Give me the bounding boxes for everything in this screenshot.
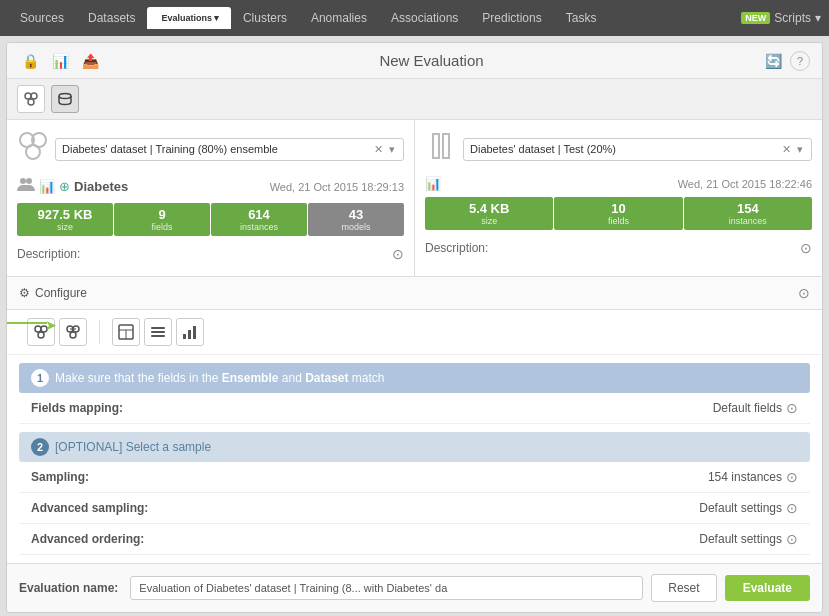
evaluation-footer: Evaluation name: Reset Evaluate <box>7 563 822 612</box>
svg-point-1 <box>31 93 37 99</box>
left-circle-icon: ⊕ <box>59 179 70 194</box>
dataset-icon[interactable] <box>51 85 79 113</box>
sub-toolbar <box>7 79 822 120</box>
step1-text: Make sure that the fields in the Ensembl… <box>55 371 385 385</box>
left-dataset-panel: Diabetes' dataset | Training (80%) ensem… <box>7 120 415 276</box>
right-select-clear[interactable]: ✕ <box>780 143 793 156</box>
nav-item-associations[interactable]: Associations <box>379 5 470 31</box>
nav-item-clusters[interactable]: Clusters <box>231 5 299 31</box>
right-stat-size: 5.4 KB size <box>425 197 553 230</box>
lock-icon[interactable]: 🔒 <box>19 50 41 72</box>
svg-rect-24 <box>183 334 186 339</box>
right-description-toggle[interactable]: ⊙ <box>800 240 812 256</box>
view-icon-table[interactable] <box>112 318 140 346</box>
fields-mapping-row: Fields mapping: Default fields ⊙ <box>19 393 810 424</box>
svg-rect-26 <box>193 326 196 339</box>
step2-number: 2 <box>31 438 49 456</box>
right-select-dropdown[interactable]: ▾ <box>795 143 805 156</box>
advanced-ordering-value: Default settings ⊙ <box>699 531 798 547</box>
svg-rect-9 <box>433 134 439 158</box>
right-dataset-panel: Diabetes' dataset | Test (20%) ✕ ▾ 📊 Wed… <box>415 120 822 276</box>
left-chart-icon: 📊 <box>39 179 55 194</box>
step2-bar: 2 [OPTIONAL] Select a sample <box>19 432 810 462</box>
left-stat-models: 43 models <box>308 203 404 236</box>
left-description-row: Description: ⊙ <box>17 242 404 266</box>
sampling-toggle[interactable]: ⊙ <box>786 469 798 485</box>
svg-point-0 <box>25 93 31 99</box>
chart-icon[interactable]: 📊 <box>49 50 71 72</box>
sampling-row: Sampling: 154 instances ⊙ <box>19 462 810 493</box>
step1-bar: 1 Make sure that the fields in the Ensem… <box>19 363 810 393</box>
advanced-ordering-toggle[interactable]: ⊙ <box>786 531 798 547</box>
nav-item-evaluations[interactable]: Evaluations ▾ <box>147 7 231 29</box>
nav-item-anomalies[interactable]: Anomalies <box>299 5 379 31</box>
svg-point-6 <box>26 145 40 159</box>
right-stats-row: 5.4 KB size 10 fields 154 instances <box>425 197 812 230</box>
fields-mapping-toggle[interactable]: ⊙ <box>786 400 798 416</box>
svg-point-16 <box>70 332 76 338</box>
icon-divider <box>99 320 100 344</box>
evaluate-button[interactable]: Evaluate <box>725 575 810 601</box>
new-badge: NEW <box>741 12 770 24</box>
svg-point-7 <box>20 178 26 184</box>
svg-point-13 <box>38 332 44 338</box>
nav-item-predictions[interactable]: Predictions <box>470 5 553 31</box>
page-title: New Evaluation <box>109 52 754 69</box>
configure-section: ⚙ Configure ⊙ <box>7 277 822 310</box>
right-stat-instances: 154 instances <box>684 197 812 230</box>
dataset-panels: Diabetes' dataset | Training (80%) ensem… <box>7 120 822 277</box>
evaluation-name-input[interactable] <box>130 576 643 600</box>
left-description-toggle[interactable]: ⊙ <box>392 246 404 262</box>
left-stats-row: 927.5 KB size 9 fields 614 instances 4 <box>17 203 404 236</box>
missing-arrow-line <box>6 322 47 324</box>
right-stat-fields: 10 fields <box>554 197 682 230</box>
fields-mapping-value: Default fields ⊙ <box>713 400 798 416</box>
refresh-icon[interactable]: 🔄 <box>762 50 784 72</box>
right-dataset-visual-icon <box>425 130 457 168</box>
view-icon-chart[interactable] <box>176 318 204 346</box>
configure-gear-icon: ⚙ <box>19 286 30 300</box>
nav-item-datasets[interactable]: Datasets <box>76 5 147 31</box>
svg-point-8 <box>26 178 32 184</box>
left-stat-fields: 9 fields <box>114 203 210 236</box>
strategy-icon-2[interactable] <box>59 318 87 346</box>
help-icon[interactable]: ? <box>790 51 810 71</box>
share-icon[interactable]: 📤 <box>79 50 101 72</box>
right-description-row: Description: ⊙ <box>425 236 812 260</box>
left-select-clear[interactable]: ✕ <box>372 143 385 156</box>
left-people-icon <box>17 176 35 197</box>
configure-toggle[interactable]: ⊙ <box>798 285 810 301</box>
left-dataset-select[interactable]: Diabetes' dataset | Training (80%) ensem… <box>55 138 404 161</box>
scripts-button[interactable]: NEW Scripts ▾ <box>741 11 821 25</box>
advanced-sampling-value: Default settings ⊙ <box>699 500 798 516</box>
step-icons-row: Missing strategies ➤ <box>7 310 822 355</box>
left-dataset-visual-icon <box>17 130 49 168</box>
ensemble-icon[interactable] <box>17 85 45 113</box>
left-stat-instances: 614 instances <box>211 203 307 236</box>
sampling-value: 154 instances ⊙ <box>708 469 798 485</box>
step1-number: 1 <box>31 369 49 387</box>
svg-rect-10 <box>443 134 449 158</box>
svg-point-2 <box>28 99 34 105</box>
view-icon-list[interactable] <box>144 318 172 346</box>
left-stat-size: 927.5 KB size <box>17 203 113 236</box>
nav-item-sources[interactable]: Sources <box>8 5 76 31</box>
svg-point-3 <box>59 94 71 99</box>
svg-rect-23 <box>151 335 165 337</box>
top-navigation: Sources Datasets Evaluations ▾ Clusters … <box>0 0 829 36</box>
right-chart-icon: 📊 <box>425 176 441 191</box>
right-dataset-select[interactable]: Diabetes' dataset | Test (20%) ✕ ▾ <box>463 138 812 161</box>
advanced-sampling-toggle[interactable]: ⊙ <box>786 500 798 516</box>
page-toolbar: 🔒 📊 📤 New Evaluation 🔄 ? <box>7 43 822 79</box>
svg-rect-25 <box>188 330 191 339</box>
step2-text: [OPTIONAL] Select a sample <box>55 440 211 454</box>
svg-rect-22 <box>151 331 165 333</box>
advanced-ordering-row: Advanced ordering: Default settings ⊙ <box>19 524 810 555</box>
view-icon-group <box>112 318 204 346</box>
missing-arrow-head: ➤ <box>45 317 57 333</box>
svg-rect-21 <box>151 327 165 329</box>
nav-item-tasks[interactable]: Tasks <box>554 5 609 31</box>
reset-button[interactable]: Reset <box>651 574 716 602</box>
svg-point-11 <box>35 326 41 332</box>
left-select-dropdown[interactable]: ▾ <box>387 143 397 156</box>
